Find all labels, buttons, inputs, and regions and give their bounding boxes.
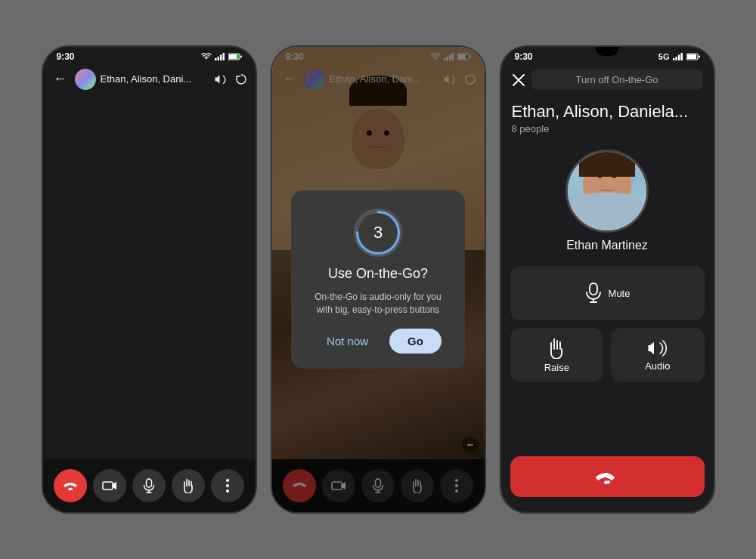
more-icon-1 bbox=[226, 479, 229, 493]
avatar-group-1 bbox=[75, 69, 96, 90]
svg-rect-45 bbox=[604, 480, 610, 484]
phone3-avatar-area: Ethan Martinez bbox=[501, 142, 714, 260]
phone-2: 9:30 ← bbox=[271, 45, 486, 514]
raise-icon-3 bbox=[547, 338, 566, 359]
svg-rect-9 bbox=[103, 482, 113, 490]
battery-icon-3 bbox=[686, 53, 700, 60]
svg-point-15 bbox=[226, 490, 229, 493]
svg-rect-36 bbox=[680, 53, 683, 60]
raise-hand-button-1[interactable] bbox=[172, 469, 205, 502]
svg-rect-10 bbox=[146, 479, 151, 487]
close-icon-3 bbox=[512, 73, 525, 87]
svg-rect-2 bbox=[220, 55, 222, 61]
phone3-people-count: 8 people bbox=[501, 122, 714, 142]
svg-rect-6 bbox=[240, 56, 242, 58]
svg-rect-1 bbox=[217, 57, 219, 60]
raise-button-3[interactable]: Raise bbox=[510, 328, 604, 382]
header-actions-1 bbox=[215, 73, 248, 85]
back-button-1[interactable]: ← bbox=[51, 68, 70, 90]
svg-point-7 bbox=[236, 55, 240, 59]
status-bar-1: 9:30 bbox=[43, 47, 256, 65]
status-time-3: 9:30 bbox=[515, 51, 533, 62]
rotate-icon-1[interactable] bbox=[234, 73, 248, 85]
signal-icon-3 bbox=[673, 53, 683, 60]
audio-button-3[interactable]: Audio bbox=[611, 328, 705, 382]
svg-rect-42 bbox=[590, 283, 597, 295]
svg-rect-3 bbox=[222, 53, 225, 60]
hair-ethan bbox=[579, 150, 635, 177]
countdown-circle: 3 bbox=[354, 208, 402, 257]
phone3-avatar bbox=[565, 150, 649, 233]
svg-point-13 bbox=[226, 479, 229, 482]
not-now-button[interactable]: Not now bbox=[314, 329, 380, 354]
close-button-3[interactable] bbox=[512, 73, 525, 87]
end-call-button-1[interactable] bbox=[54, 469, 87, 502]
audio-label-3: Audio bbox=[645, 360, 670, 372]
phone3-inner: 9:30 5G bbox=[501, 47, 714, 512]
end-call-icon-3 bbox=[594, 469, 620, 484]
end-call-icon-1 bbox=[63, 480, 78, 491]
raise-hand-icon-1 bbox=[181, 478, 195, 493]
status-time-1: 9:30 bbox=[57, 51, 75, 62]
phone3-call-name: Ethan, Alison, Daniela... bbox=[501, 96, 714, 122]
signal-icon bbox=[215, 53, 225, 60]
svg-rect-39 bbox=[699, 56, 700, 58]
svg-rect-33 bbox=[673, 58, 675, 60]
dialog-box: 3 Use On-the-Go? On-the-Go is audio-only… bbox=[291, 190, 465, 369]
svg-rect-0 bbox=[215, 58, 217, 60]
mute-label-3: Mute bbox=[609, 288, 631, 299]
mic-icon-1 bbox=[143, 478, 155, 493]
go-button[interactable]: Go bbox=[389, 329, 442, 354]
phone3-controls: Mute Raise Audio bbox=[501, 260, 714, 456]
speaker-icon-1[interactable] bbox=[215, 73, 228, 85]
dialog-overlay: 3 Use On-the-Go? On-the-Go is audio-only… bbox=[272, 47, 485, 512]
audio-icon-3 bbox=[647, 339, 668, 357]
call-controls-1 bbox=[43, 459, 256, 512]
status-icons-1 bbox=[201, 53, 242, 60]
ontago-label[interactable]: Turn off On-the-Go bbox=[531, 69, 703, 90]
dialog-description: On-the-Go is audio-only for you with big… bbox=[306, 291, 450, 317]
call-name-1: Ethan, Alison, Dani... bbox=[101, 73, 210, 85]
network-label-3: 5G bbox=[658, 52, 670, 61]
svg-rect-34 bbox=[675, 57, 677, 60]
phone-1: 9:30 bbox=[42, 45, 257, 514]
notch-3 bbox=[596, 47, 618, 56]
phone-3: 9:30 5G bbox=[500, 45, 715, 514]
status-icons-3: 5G bbox=[658, 52, 700, 61]
phone3-person-name: Ethan Martinez bbox=[566, 239, 648, 252]
shirt-ethan bbox=[569, 193, 645, 230]
end-call-button-3[interactable] bbox=[510, 456, 705, 497]
svg-rect-8 bbox=[67, 488, 72, 491]
mute-button-3[interactable]: Mute bbox=[510, 266, 705, 320]
svg-point-14 bbox=[226, 484, 229, 487]
wifi-icon bbox=[201, 53, 212, 60]
mute-icon-3 bbox=[584, 283, 603, 304]
countdown-number: 3 bbox=[373, 223, 383, 242]
battery-icon bbox=[228, 53, 242, 60]
dialog-actions: Not now Go bbox=[306, 329, 450, 354]
camera-icon-1 bbox=[102, 480, 117, 492]
mic-button-1[interactable] bbox=[132, 469, 166, 502]
ctrl-row-half-3: Raise Audio bbox=[510, 328, 705, 382]
svg-rect-38 bbox=[687, 54, 696, 59]
svg-rect-35 bbox=[678, 55, 680, 61]
more-button-1[interactable] bbox=[211, 469, 244, 502]
smile-ethan bbox=[598, 185, 616, 191]
dialog-title: Use On-the-Go? bbox=[328, 266, 428, 282]
raise-label-3: Raise bbox=[544, 362, 569, 373]
camera-button-1[interactable] bbox=[93, 469, 126, 502]
